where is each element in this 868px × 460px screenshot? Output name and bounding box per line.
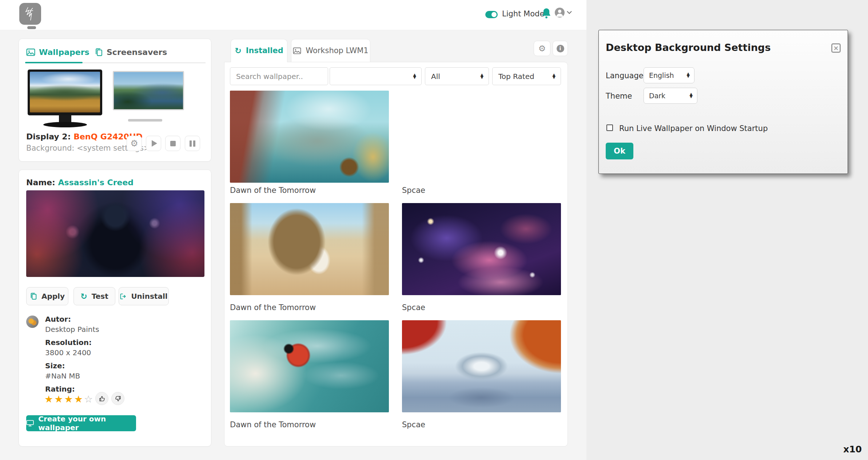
tab-installed-label: Installed [246, 46, 283, 55]
wallpaper-title: Dawn of the Tomorrow [230, 303, 316, 312]
pause-icon [190, 140, 192, 147]
refresh-icon: ↻ [80, 292, 87, 301]
app-logo [19, 3, 41, 25]
tab-screensavers[interactable]: Screensavers [95, 48, 167, 57]
sort-arrows-icon [481, 74, 483, 79]
apply-button[interactable]: Apply [26, 287, 68, 305]
monitor-preview-2[interactable] [113, 71, 184, 110]
tab-workshop[interactable]: Workshop LWM1 [291, 39, 370, 62]
monitor-1-stand [59, 115, 71, 123]
uninstall-label: Uninstall [131, 292, 167, 301]
wallpaper-thumbnail[interactable] [402, 91, 561, 183]
display-settings-button[interactable]: ⚙ [127, 136, 142, 151]
create-wallpaper-button[interactable]: Create your own wallpaper [26, 415, 136, 431]
wallpaper-title: Spcae [402, 303, 425, 312]
wallpaper-thumbnail[interactable] [230, 91, 389, 183]
theme-value: Dark [649, 92, 665, 100]
filter-select-2[interactable]: All [425, 67, 489, 85]
create-wallpaper-label: Create your own wallpaper [38, 415, 136, 432]
resolution-label: Resolution: [45, 338, 92, 347]
filter-2-value: All [431, 72, 440, 81]
tabs-underline-active [25, 62, 83, 63]
tab-wallpapers[interactable]: Wallpapers [26, 48, 89, 57]
wallpaper-thumbnail[interactable] [402, 320, 561, 412]
theme-select[interactable]: Dark [644, 88, 697, 104]
wallpaper-title: Dawn of the Tomorrow [230, 420, 316, 429]
author-value: Desktop Paints [45, 325, 99, 334]
wallpaper-title: Spcae [402, 420, 425, 429]
tab-installed[interactable]: ↻ Installed [231, 39, 287, 62]
size-label: Size: [45, 361, 65, 370]
monitor-2-stand [128, 119, 162, 122]
sort-arrows-icon [687, 73, 690, 78]
star-icon[interactable]: ★ [74, 393, 84, 405]
image-icon [293, 47, 301, 54]
sort-arrows-icon [553, 74, 556, 79]
thumbs-up-button[interactable] [95, 392, 108, 405]
author-label: Autor: [45, 315, 71, 324]
star-icon[interactable]: ★ [44, 393, 54, 405]
toggle-knob [491, 12, 497, 17]
dialog-title: Desktop Background Settings [606, 42, 771, 53]
stop-icon [170, 141, 176, 146]
wallpaper-thumbnail[interactable] [230, 203, 389, 295]
chevron-down-icon[interactable] [567, 11, 572, 14]
monitor-1-base [43, 122, 87, 127]
rating-label: Rating: [45, 385, 75, 393]
test-button[interactable]: ↻ Test [73, 287, 115, 305]
filter-select-1[interactable] [330, 67, 422, 85]
gear-icon: ⚙ [538, 44, 546, 53]
rating-stars[interactable]: ★★★★☆ [44, 393, 94, 405]
sign-out-icon [120, 293, 127, 300]
search-input[interactable] [230, 67, 328, 85]
star-icon[interactable]: ☆ [84, 393, 94, 405]
monitor-2-screen [114, 72, 183, 109]
pause-button[interactable] [185, 136, 200, 151]
size-value: #NaN MB [45, 372, 80, 380]
tab-wallpapers-label: Wallpapers [39, 48, 89, 57]
library-settings-button[interactable]: ⚙ [534, 41, 550, 56]
notifications-bell-icon[interactable] [542, 8, 551, 19]
star-icon[interactable]: ★ [54, 393, 64, 405]
monitor-1-screen [30, 72, 100, 112]
wallpaper-thumbnail[interactable] [230, 320, 389, 412]
tab-workshop-label: Workshop LWM1 [306, 46, 368, 55]
header-bar: Light Mode [0, 0, 586, 30]
wallpaper-preview-image [26, 190, 204, 277]
startup-checkbox[interactable] [606, 124, 613, 131]
language-value: English [649, 71, 674, 79]
uninstall-button[interactable]: Uninstall [119, 287, 169, 305]
star-icon[interactable]: ★ [64, 393, 74, 405]
wallpaper-name-value: Assassin's Creed [58, 178, 134, 187]
wallpaper-library-panel: All Top Rated Dawn of the Tomorrow Spcae… [224, 62, 568, 447]
thumbs-up-icon [99, 396, 105, 402]
close-icon[interactable] [831, 43, 841, 53]
thumbs-down-button[interactable] [111, 392, 124, 405]
wallpaper-name-row: Name: Assassin's Creed [26, 178, 134, 187]
light-mode-label: Light Mode [502, 9, 544, 18]
apply-label: Apply [41, 292, 65, 301]
resolution-value: 3800 x 2400 [45, 348, 91, 357]
user-avatar-icon[interactable] [555, 8, 565, 17]
tab-screensavers-label: Screensavers [107, 48, 167, 57]
stop-button[interactable] [165, 136, 180, 151]
thumbs-down-icon [115, 396, 121, 402]
info-button[interactable] [553, 41, 568, 56]
wallpaper-thumbnail[interactable] [402, 203, 561, 295]
image-icon [26, 48, 35, 56]
display-label: Display 2: BenQ G2420HD [26, 132, 143, 141]
refresh-icon: ↻ [235, 46, 241, 55]
language-select[interactable]: English [644, 67, 694, 83]
filter-3-value: Top Rated [498, 72, 534, 81]
ok-button[interactable]: Ok [606, 143, 633, 159]
wallpaper-title: Spcae [402, 186, 425, 195]
wallpaper-detail-card: Name: Assassin's Creed Apply ↻ Test Unin… [19, 170, 211, 447]
monitor-preview-1[interactable] [28, 70, 102, 115]
filter-select-3[interactable]: Top Rated [492, 67, 561, 85]
gear-icon: ⚙ [130, 138, 138, 148]
test-label: Test [92, 292, 108, 301]
play-button[interactable] [146, 136, 161, 151]
logo-stand [27, 26, 36, 29]
wallpaper-title: Dawn of the Tomorrow [230, 186, 316, 195]
light-mode-toggle[interactable] [485, 11, 498, 18]
